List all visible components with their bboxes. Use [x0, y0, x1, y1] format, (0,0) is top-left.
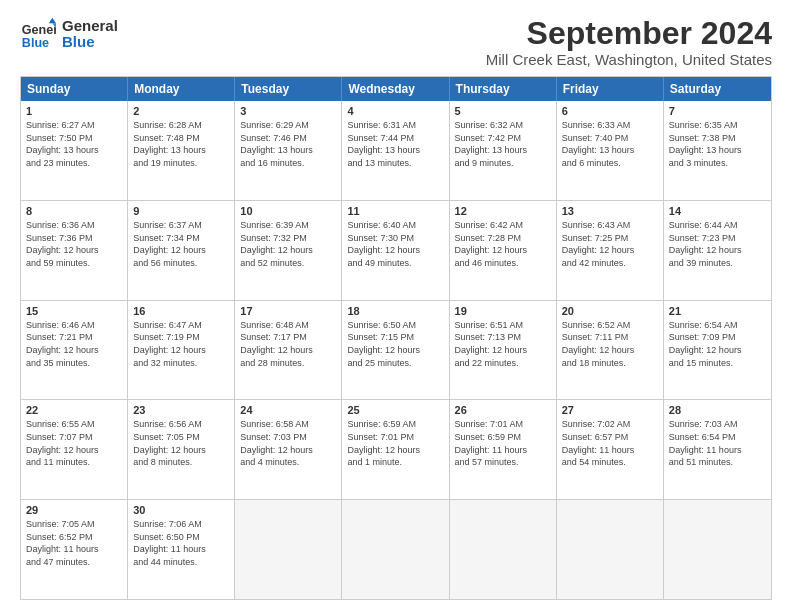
day-number: 18 [347, 305, 443, 317]
calendar-body: 1Sunrise: 6:27 AM Sunset: 7:50 PM Daylig… [21, 101, 771, 599]
day-info: Sunrise: 6:44 AM Sunset: 7:23 PM Dayligh… [669, 219, 766, 269]
header-wednesday: Wednesday [342, 77, 449, 101]
calendar-title: September 2024 [486, 16, 772, 51]
logo-text-general: General [62, 18, 118, 35]
calendar-cell: 4Sunrise: 6:31 AM Sunset: 7:44 PM Daylig… [342, 101, 449, 200]
day-info: Sunrise: 6:52 AM Sunset: 7:11 PM Dayligh… [562, 319, 658, 369]
calendar-cell: 1Sunrise: 6:27 AM Sunset: 7:50 PM Daylig… [21, 101, 128, 200]
calendar-cell: 24Sunrise: 6:58 AM Sunset: 7:03 PM Dayli… [235, 400, 342, 499]
day-info: Sunrise: 6:40 AM Sunset: 7:30 PM Dayligh… [347, 219, 443, 269]
calendar-cell [342, 500, 449, 599]
day-info: Sunrise: 6:31 AM Sunset: 7:44 PM Dayligh… [347, 119, 443, 169]
day-info: Sunrise: 6:36 AM Sunset: 7:36 PM Dayligh… [26, 219, 122, 269]
calendar-header: Sunday Monday Tuesday Wednesday Thursday… [21, 77, 771, 101]
calendar-cell: 6Sunrise: 6:33 AM Sunset: 7:40 PM Daylig… [557, 101, 664, 200]
day-info: Sunrise: 6:32 AM Sunset: 7:42 PM Dayligh… [455, 119, 551, 169]
svg-text:Blue: Blue [22, 36, 49, 50]
day-info: Sunrise: 6:56 AM Sunset: 7:05 PM Dayligh… [133, 418, 229, 468]
calendar-cell: 26Sunrise: 7:01 AM Sunset: 6:59 PM Dayli… [450, 400, 557, 499]
day-info: Sunrise: 6:59 AM Sunset: 7:01 PM Dayligh… [347, 418, 443, 468]
calendar-cell: 28Sunrise: 7:03 AM Sunset: 6:54 PM Dayli… [664, 400, 771, 499]
calendar-cell: 5Sunrise: 6:32 AM Sunset: 7:42 PM Daylig… [450, 101, 557, 200]
day-info: Sunrise: 6:27 AM Sunset: 7:50 PM Dayligh… [26, 119, 122, 169]
header: General Blue General Blue September 2024… [20, 16, 772, 68]
calendar-cell: 29Sunrise: 7:05 AM Sunset: 6:52 PM Dayli… [21, 500, 128, 599]
calendar-cell: 23Sunrise: 6:56 AM Sunset: 7:05 PM Dayli… [128, 400, 235, 499]
svg-marker-2 [49, 18, 56, 23]
calendar-cell: 18Sunrise: 6:50 AM Sunset: 7:15 PM Dayli… [342, 301, 449, 400]
day-info: Sunrise: 6:42 AM Sunset: 7:28 PM Dayligh… [455, 219, 551, 269]
day-number: 28 [669, 404, 766, 416]
calendar-cell: 3Sunrise: 6:29 AM Sunset: 7:46 PM Daylig… [235, 101, 342, 200]
day-number: 27 [562, 404, 658, 416]
logo-icon: General Blue [20, 16, 56, 52]
day-info: Sunrise: 6:33 AM Sunset: 7:40 PM Dayligh… [562, 119, 658, 169]
day-info: Sunrise: 7:01 AM Sunset: 6:59 PM Dayligh… [455, 418, 551, 468]
day-number: 23 [133, 404, 229, 416]
calendar-row-2: 8Sunrise: 6:36 AM Sunset: 7:36 PM Daylig… [21, 200, 771, 300]
calendar-cell [450, 500, 557, 599]
day-info: Sunrise: 6:28 AM Sunset: 7:48 PM Dayligh… [133, 119, 229, 169]
calendar-row-5: 29Sunrise: 7:05 AM Sunset: 6:52 PM Dayli… [21, 499, 771, 599]
title-block: September 2024 Mill Creek East, Washingt… [486, 16, 772, 68]
calendar-cell: 11Sunrise: 6:40 AM Sunset: 7:30 PM Dayli… [342, 201, 449, 300]
day-number: 16 [133, 305, 229, 317]
day-info: Sunrise: 6:46 AM Sunset: 7:21 PM Dayligh… [26, 319, 122, 369]
calendar-cell: 16Sunrise: 6:47 AM Sunset: 7:19 PM Dayli… [128, 301, 235, 400]
day-number: 5 [455, 105, 551, 117]
calendar-cell [557, 500, 664, 599]
day-info: Sunrise: 7:02 AM Sunset: 6:57 PM Dayligh… [562, 418, 658, 468]
day-info: Sunrise: 6:50 AM Sunset: 7:15 PM Dayligh… [347, 319, 443, 369]
day-number: 25 [347, 404, 443, 416]
calendar-cell [235, 500, 342, 599]
day-number: 29 [26, 504, 122, 516]
calendar-cell: 19Sunrise: 6:51 AM Sunset: 7:13 PM Dayli… [450, 301, 557, 400]
day-info: Sunrise: 7:05 AM Sunset: 6:52 PM Dayligh… [26, 518, 122, 568]
day-number: 20 [562, 305, 658, 317]
day-number: 14 [669, 205, 766, 217]
calendar-cell: 21Sunrise: 6:54 AM Sunset: 7:09 PM Dayli… [664, 301, 771, 400]
day-number: 11 [347, 205, 443, 217]
day-info: Sunrise: 6:58 AM Sunset: 7:03 PM Dayligh… [240, 418, 336, 468]
day-number: 10 [240, 205, 336, 217]
day-number: 12 [455, 205, 551, 217]
day-info: Sunrise: 6:35 AM Sunset: 7:38 PM Dayligh… [669, 119, 766, 169]
day-number: 21 [669, 305, 766, 317]
calendar-cell: 22Sunrise: 6:55 AM Sunset: 7:07 PM Dayli… [21, 400, 128, 499]
day-number: 17 [240, 305, 336, 317]
day-number: 7 [669, 105, 766, 117]
calendar-row-1: 1Sunrise: 6:27 AM Sunset: 7:50 PM Daylig… [21, 101, 771, 200]
day-number: 4 [347, 105, 443, 117]
header-friday: Friday [557, 77, 664, 101]
header-monday: Monday [128, 77, 235, 101]
day-info: Sunrise: 6:43 AM Sunset: 7:25 PM Dayligh… [562, 219, 658, 269]
day-number: 3 [240, 105, 336, 117]
day-info: Sunrise: 6:39 AM Sunset: 7:32 PM Dayligh… [240, 219, 336, 269]
day-info: Sunrise: 6:55 AM Sunset: 7:07 PM Dayligh… [26, 418, 122, 468]
day-info: Sunrise: 7:03 AM Sunset: 6:54 PM Dayligh… [669, 418, 766, 468]
logo: General Blue General Blue [20, 16, 118, 52]
page: General Blue General Blue September 2024… [0, 0, 792, 612]
calendar-row-3: 15Sunrise: 6:46 AM Sunset: 7:21 PM Dayli… [21, 300, 771, 400]
day-number: 24 [240, 404, 336, 416]
logo-text-blue: Blue [62, 34, 118, 51]
calendar-cell [664, 500, 771, 599]
day-info: Sunrise: 6:37 AM Sunset: 7:34 PM Dayligh… [133, 219, 229, 269]
calendar-cell: 7Sunrise: 6:35 AM Sunset: 7:38 PM Daylig… [664, 101, 771, 200]
header-sunday: Sunday [21, 77, 128, 101]
header-tuesday: Tuesday [235, 77, 342, 101]
calendar-cell: 14Sunrise: 6:44 AM Sunset: 7:23 PM Dayli… [664, 201, 771, 300]
day-number: 15 [26, 305, 122, 317]
calendar-cell: 30Sunrise: 7:06 AM Sunset: 6:50 PM Dayli… [128, 500, 235, 599]
day-info: Sunrise: 6:29 AM Sunset: 7:46 PM Dayligh… [240, 119, 336, 169]
day-number: 26 [455, 404, 551, 416]
calendar-cell: 8Sunrise: 6:36 AM Sunset: 7:36 PM Daylig… [21, 201, 128, 300]
header-saturday: Saturday [664, 77, 771, 101]
calendar-cell: 15Sunrise: 6:46 AM Sunset: 7:21 PM Dayli… [21, 301, 128, 400]
day-number: 9 [133, 205, 229, 217]
day-info: Sunrise: 6:48 AM Sunset: 7:17 PM Dayligh… [240, 319, 336, 369]
day-info: Sunrise: 6:51 AM Sunset: 7:13 PM Dayligh… [455, 319, 551, 369]
header-thursday: Thursday [450, 77, 557, 101]
calendar-row-4: 22Sunrise: 6:55 AM Sunset: 7:07 PM Dayli… [21, 399, 771, 499]
day-number: 1 [26, 105, 122, 117]
